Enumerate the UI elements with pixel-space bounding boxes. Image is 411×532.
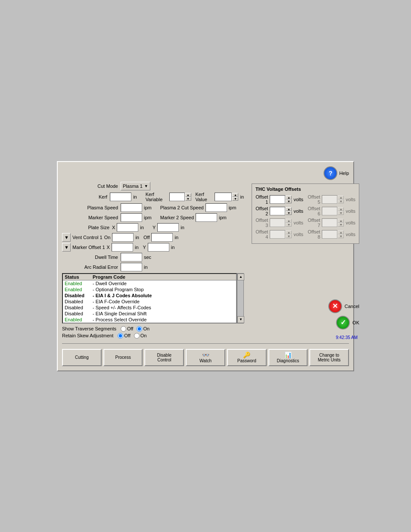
vent-off-unit: in (174, 235, 178, 240)
kerf-variable-spinner: 1 ▲ ▼ (169, 193, 191, 201)
marker-offset-row: ▼ Marker Offset 1 X 0 in Y 0 in (62, 243, 244, 252)
scroll-down-btn[interactable]: ▼ (237, 316, 244, 323)
plasma-speed-input[interactable]: 70 (121, 203, 142, 212)
cancel-button[interactable]: ✕ (328, 299, 342, 313)
vent-on-unit: in (135, 235, 139, 240)
program-codes-list[interactable]: Status Program Code Enabled - Dwell Over… (62, 273, 237, 324)
col-status-header: Status (65, 274, 93, 280)
kerf-variable-up[interactable]: ▲ (185, 193, 191, 197)
dwell-time-input[interactable]: 5 (121, 253, 142, 261)
offset7-spinner: 0 ▲ ▼ (322, 218, 344, 227)
cut-mode-row: Cut Mode Plasma 1 ▼ (62, 182, 244, 190)
change-units-btn[interactable]: Change toMetric Units (309, 349, 349, 366)
watch-btn[interactable]: 👓 Watch (186, 349, 225, 366)
list-item[interactable]: Disabled - EIA Single Decimal Shift (63, 311, 236, 317)
diagnostics-btn[interactable]: 📊 Diagnostics (268, 349, 308, 366)
vent-off-input[interactable]: 51 (151, 233, 173, 242)
arc-radial-row: Arc Radial Error 0.5 in (62, 263, 244, 271)
disable-control-btn[interactable]: DisableControl (144, 349, 184, 366)
list-item[interactable]: Disabled - Speed +/- Affects F-Codes (63, 305, 236, 311)
offset8-unit: volts (346, 232, 355, 237)
offset8-down: ▼ (338, 234, 344, 238)
offset1-up[interactable]: ▲ (286, 196, 292, 199)
offset8-up: ▲ (338, 230, 344, 234)
plasma-speed-unit: ipm (144, 205, 152, 210)
offset5-spinner: 0 ▲ ▼ (322, 195, 344, 204)
offset5-down: ▼ (338, 199, 344, 203)
chevron-down-icon: ▼ (144, 184, 148, 188)
plasma2-speed-input[interactable]: 47 (206, 203, 227, 212)
kerf-value-down[interactable]: ▼ (232, 197, 238, 201)
plate-x-label: X (112, 225, 115, 230)
list-item[interactable]: Disabled - EIA I & J Codes Absolute (63, 292, 236, 299)
offset7-up: ▲ (338, 219, 344, 223)
vent-control-dropdown[interactable]: ▼ (62, 233, 71, 242)
kerf-variable-input[interactable]: 1 (169, 193, 185, 201)
traverse-off-radio[interactable] (121, 326, 126, 332)
kerf-variable-label: Kerf Variable (146, 192, 168, 202)
skew-on-radio[interactable] (134, 333, 140, 339)
marker-speed-unit: ipm (144, 215, 152, 220)
offset2-up[interactable]: ▲ (286, 207, 292, 211)
list-item[interactable]: Enabled - Dwell Override (63, 280, 236, 286)
plate-y-input[interactable]: 48 (157, 223, 179, 232)
password-btn[interactable]: 🔑 Password (227, 349, 267, 366)
vent-control-state: On (104, 235, 111, 240)
traverse-on-radio[interactable] (137, 326, 142, 332)
offset1-down[interactable]: ▼ (286, 199, 292, 203)
offset1-input[interactable]: 0 (270, 195, 285, 204)
kerf-variable-spinner-btns: ▲ ▼ (185, 193, 191, 201)
kerf-variable-down[interactable]: ▼ (185, 197, 191, 201)
kerf-value-spinner: 0 ▲ ▼ (215, 193, 238, 201)
password-icon: 🔑 (243, 352, 250, 358)
offset6-unit: volts (346, 208, 355, 214)
skew-off-radio[interactable] (118, 333, 123, 339)
thc-row-3: Offset 3 0 ▲ ▼ volts Offset 7 0 ▲ (255, 218, 355, 228)
cut-mode-dropdown[interactable]: Plasma 1 ▼ (121, 182, 150, 190)
offset3-unit: volts (293, 220, 303, 225)
process-btn[interactable]: Process (103, 349, 143, 366)
offset6-label: Offset 6 (308, 206, 320, 216)
plate-x-input[interactable]: 122 (117, 223, 138, 232)
offset7-input: 0 (322, 218, 337, 227)
ok-label: OK (352, 320, 359, 325)
offset1-unit: volts (293, 197, 303, 202)
vent-on-input[interactable]: 0 (112, 233, 134, 242)
kerf-input[interactable]: 0 (110, 193, 131, 201)
plate-size-row: Plate Size X 122 in Y 48 in (62, 223, 244, 232)
offset2-input[interactable]: 0 (270, 207, 285, 215)
top-right-area: ? Help (62, 166, 349, 180)
change-units-label: Change toMetric Units (318, 353, 341, 362)
arc-radial-input[interactable]: 0.5 (121, 263, 142, 271)
ok-button[interactable]: ✓ (336, 316, 350, 330)
cancel-label: Cancel (345, 304, 359, 309)
marker-speed-input[interactable]: 250 (121, 213, 142, 222)
offset5-up: ▲ (338, 196, 344, 199)
marker-offset-x-input[interactable]: 0 (112, 243, 133, 252)
offset7-unit: volts (346, 220, 355, 225)
list-item[interactable]: Disabled - EIA F-Code Override (63, 299, 236, 305)
list-item[interactable]: Enabled - Process Select Override (63, 317, 236, 323)
offset3-label: Offset 3 (255, 218, 268, 228)
thc-title: THC Voltage Offsets (255, 187, 355, 192)
kerf-value-input[interactable]: 0 (215, 193, 232, 201)
marker2-speed-input[interactable]: 10 (196, 213, 217, 222)
help-button[interactable]: ? (324, 166, 337, 180)
list-item[interactable]: Enabled - Optional Program Stop (63, 286, 236, 292)
marker-offset-dropdown[interactable]: ▼ (62, 243, 71, 252)
offset7-label: Offset 7 (308, 218, 320, 228)
marker-offset-y-input[interactable]: 0 (148, 243, 169, 252)
thc-section: THC Voltage Offsets Offset 1 0 ▲ ▼ volts… (252, 184, 359, 244)
arc-radial-unit: in (144, 264, 148, 270)
traverse-label: Show Traverse Segments (62, 326, 116, 331)
cutting-btn[interactable]: Cutting (62, 349, 102, 366)
scroll-up-btn[interactable]: ▲ (237, 274, 244, 280)
traverse-off-label: Off (127, 326, 133, 331)
offset2-unit: volts (293, 208, 303, 214)
offset2-down[interactable]: ▼ (286, 211, 292, 215)
navbar-buttons: Cutting Process DisableControl 👓 Watch 🔑… (62, 349, 349, 366)
kerf-value-up[interactable]: ▲ (232, 193, 238, 197)
spacer (247, 246, 359, 293)
marker-offset-x-unit: in (135, 245, 139, 250)
plate-y-label: Y (153, 225, 156, 230)
